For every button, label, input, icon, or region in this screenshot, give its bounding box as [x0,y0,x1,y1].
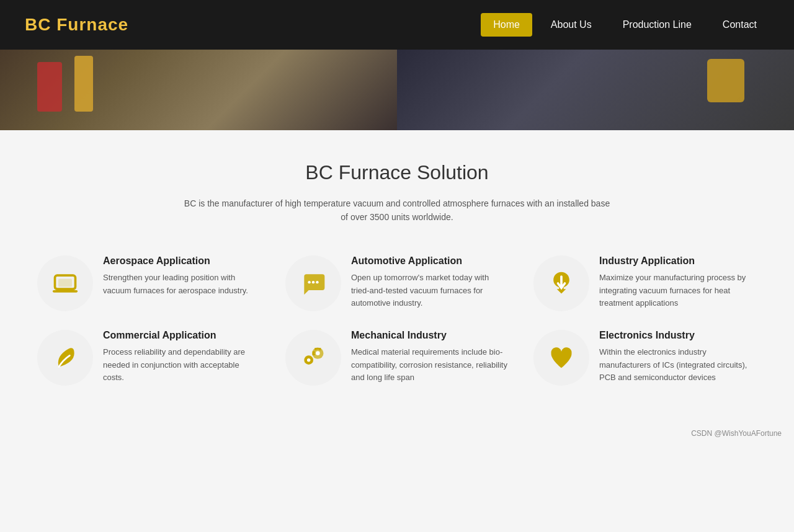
main-content: BC Furnace Solution BC is the manufactur… [0,130,794,423]
card-desc-automotive: Open up tomorrow's market today with tri… [351,272,509,310]
section-subtitle: BC is the manufacturer of high temperatu… [180,197,614,224]
card-content-electronics: Electronics IndustryWithin the electroni… [599,330,757,384]
card-icon-wrap-industry [533,255,589,311]
card-aerospace: Aerospace ApplicationStrengthen your lea… [37,255,261,311]
hero-image-left [0,50,397,130]
card-content-industry: Industry ApplicationMaximize your manufa… [599,255,757,310]
section-title: BC Furnace Solution [37,161,757,184]
card-desc-electronics: Within the electronics industry manufact… [599,346,757,384]
logo: BC Furnace [25,15,128,35]
card-desc-aerospace: Strengthen your leading position with va… [103,272,261,298]
card-title-commercial: Commercial Application [103,330,261,341]
card-content-aerospace: Aerospace ApplicationStrengthen your lea… [103,255,261,298]
svg-rect-3 [62,289,69,291]
card-commercial: Commercial ApplicationProcess reliabilit… [37,330,261,386]
nav-item-contact[interactable]: Contact [710,13,769,37]
card-icon-wrap-commercial [37,330,93,386]
card-content-automotive: Automotive ApplicationOpen up tomorrow's… [351,255,509,310]
hero-image-right [397,50,794,130]
svg-rect-1 [58,278,72,286]
card-content-mechanical: Mechanical IndustryMedical material requ… [351,330,509,384]
card-title-aerospace: Aerospace Application [103,255,261,267]
card-icon-wrap-aerospace [37,255,93,311]
card-desc-mechanical: Medical material requirements include bi… [351,346,509,384]
card-desc-industry: Maximize your manufacturing process by i… [599,272,757,310]
card-mechanical: Mechanical IndustryMedical material requ… [285,330,509,386]
svg-point-6 [316,281,318,283]
nav-item-about-us[interactable]: About Us [538,13,604,37]
svg-point-4 [308,281,310,283]
nav: HomeAbout UsProduction LineContact [481,13,769,37]
card-electronics: Electronics IndustryWithin the electroni… [533,330,757,386]
card-title-industry: Industry Application [599,255,757,267]
header: BC Furnace HomeAbout UsProduction LineCo… [0,0,794,50]
card-icon-wrap-automotive [285,255,341,311]
card-icon-wrap-mechanical [285,330,341,386]
svg-point-10 [307,358,311,362]
card-automotive: Automotive ApplicationOpen up tomorrow's… [285,255,509,311]
nav-item-home[interactable]: Home [481,13,532,37]
card-content-commercial: Commercial ApplicationProcess reliabilit… [103,330,261,384]
attribution: CSDN @WishYouAFortune [0,423,794,444]
card-title-automotive: Automotive Application [351,255,509,267]
card-title-mechanical: Mechanical Industry [351,330,509,341]
card-industry: Industry ApplicationMaximize your manufa… [533,255,757,311]
svg-point-11 [316,351,320,355]
card-icon-wrap-electronics [533,330,589,386]
card-desc-commercial: Process reliability and dependability ar… [103,346,261,384]
svg-point-5 [312,281,314,283]
cards-grid: Aerospace ApplicationStrengthen your lea… [37,255,757,386]
card-title-electronics: Electronics Industry [599,330,757,341]
nav-item-production-line[interactable]: Production Line [610,13,704,37]
hero-strip [0,50,794,130]
